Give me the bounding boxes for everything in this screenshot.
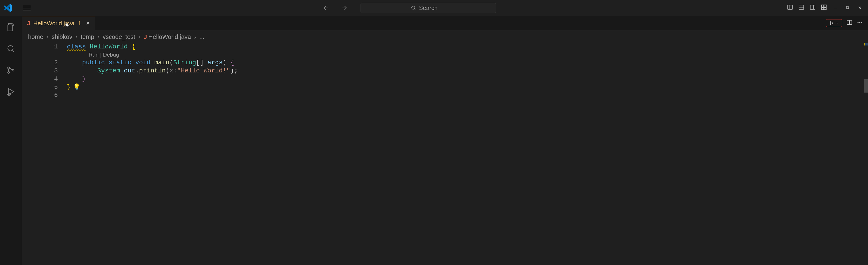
svg-point-33 [861, 22, 862, 23]
more-actions-button[interactable] [857, 19, 863, 27]
breadcrumb-temp[interactable]: temp [81, 33, 94, 40]
code-line: 5 }💡 [22, 83, 868, 91]
title-bar-right-controls: ─ ✕ [787, 4, 866, 12]
overview-warning-marker [864, 43, 865, 46]
lightbulb-icon[interactable]: 💡 [73, 84, 80, 90]
java-file-icon: J [27, 20, 30, 27]
editor-group: J HelloWorld.java 1 [22, 16, 868, 265]
svg-point-32 [860, 22, 861, 23]
breadcrumb-home[interactable]: home [28, 33, 43, 40]
java-file-icon: J [144, 33, 147, 40]
source-control-icon[interactable] [6, 66, 16, 75]
svg-point-31 [858, 22, 859, 23]
tab-helloworld-java[interactable]: J HelloWorld.java 1 [22, 16, 95, 30]
svg-rect-10 [822, 7, 824, 9]
chevron-right-icon: › [194, 33, 196, 40]
customize-layout-button[interactable] [821, 4, 827, 12]
svg-line-25 [10, 93, 10, 93]
code-content[interactable] [67, 91, 71, 99]
code-line: 6 [22, 91, 868, 99]
code-line: 2 public static void main(String[] args)… [22, 59, 868, 67]
line-number: 5 [22, 83, 67, 91]
chevron-right-icon: › [138, 33, 141, 40]
code-content[interactable]: public static void main(String[] args) { [67, 59, 234, 67]
play-icon [829, 21, 834, 25]
codelens-debug[interactable]: Debug [103, 52, 119, 58]
svg-rect-6 [810, 5, 815, 9]
line-number: 3 [22, 67, 67, 75]
search-icon [411, 5, 416, 11]
editor-actions [826, 16, 868, 30]
svg-rect-4 [799, 5, 804, 9]
tab-filename: HelloWorld.java [33, 20, 74, 27]
code-line: 1 class HelloWorld { [22, 43, 868, 51]
window-minimize-button[interactable]: ─ [832, 4, 839, 11]
toggle-primary-sidebar-button[interactable] [787, 4, 793, 12]
chevron-down-icon [835, 21, 839, 25]
breadcrumb-file[interactable]: JHelloWorld.java [144, 33, 191, 40]
code-line: 4 } [22, 75, 868, 83]
nav-arrows [321, 3, 349, 13]
svg-point-17 [8, 67, 9, 69]
toggle-panel-button[interactable] [798, 4, 804, 12]
window-restore-button[interactable] [844, 4, 851, 11]
window-close-button[interactable]: ✕ [856, 4, 864, 11]
toggle-secondary-sidebar-button[interactable] [809, 4, 816, 12]
chevron-right-icon: › [75, 33, 78, 40]
tab-bar: J HelloWorld.java 1 [22, 16, 868, 30]
breadcrumb-vscode-test[interactable]: vscode_test [103, 33, 135, 40]
svg-rect-14 [8, 25, 13, 31]
nav-back-button[interactable] [321, 3, 331, 13]
svg-rect-11 [824, 7, 826, 9]
run-debug-icon[interactable] [6, 87, 16, 96]
svg-point-15 [8, 46, 13, 51]
svg-marker-20 [8, 89, 14, 95]
command-center-search[interactable] [361, 3, 496, 13]
code-content[interactable]: class HelloWorld { [67, 43, 135, 51]
overview-ruler[interactable] [864, 43, 868, 265]
line-number: 2 [22, 59, 67, 67]
svg-point-0 [412, 6, 415, 9]
chevron-right-icon: › [97, 33, 99, 40]
breadcrumb-file-label: HelloWorld.java [148, 33, 191, 40]
vscode-logo-icon [3, 3, 12, 12]
split-editor-button[interactable] [846, 19, 852, 27]
tab-problems-count: 1 [78, 20, 81, 27]
code-editor[interactable]: 1 class HelloWorld { Run | Debug 2 publi… [22, 43, 868, 265]
svg-line-1 [414, 9, 415, 10]
svg-line-16 [13, 51, 14, 52]
codelens-run[interactable]: Run [89, 52, 98, 58]
code-line: 3 System.out.println(x:"Hello World!"); [22, 67, 868, 75]
svg-marker-28 [831, 22, 833, 24]
code-lens: Run | Debug [22, 51, 868, 59]
svg-point-19 [12, 69, 14, 71]
scrollbar-thumb[interactable] [864, 79, 868, 93]
run-java-button[interactable] [826, 19, 842, 27]
activity-bar [0, 16, 22, 265]
explorer-icon[interactable] [6, 23, 16, 32]
svg-rect-2 [787, 5, 792, 9]
code-content[interactable]: System.out.println(x:"Hello World!"); [67, 67, 238, 75]
tab-close-button[interactable] [86, 20, 90, 27]
line-number: 1 [22, 43, 67, 51]
chevron-right-icon: › [46, 33, 49, 40]
code-content[interactable]: }💡 [67, 83, 80, 91]
breadcrumb: home › shibkov › temp › vscode_test › JH… [22, 30, 868, 43]
breadcrumb-shibkov[interactable]: shibkov [52, 33, 72, 40]
breadcrumb-symbol[interactable]: ... [199, 33, 205, 40]
line-number: 4 [22, 75, 67, 83]
menu-button[interactable] [23, 4, 31, 12]
main-area: J HelloWorld.java 1 [0, 16, 868, 265]
svg-line-24 [8, 93, 8, 93]
svg-rect-9 [824, 5, 826, 7]
svg-point-18 [8, 71, 9, 73]
activity-search-icon[interactable] [6, 44, 16, 53]
search-input[interactable] [419, 4, 446, 11]
svg-rect-8 [822, 5, 824, 7]
line-number: 6 [22, 91, 67, 99]
nav-forward-button[interactable] [340, 3, 349, 13]
code-content[interactable]: } [67, 75, 86, 83]
title-bar: ─ ✕ [0, 0, 868, 16]
